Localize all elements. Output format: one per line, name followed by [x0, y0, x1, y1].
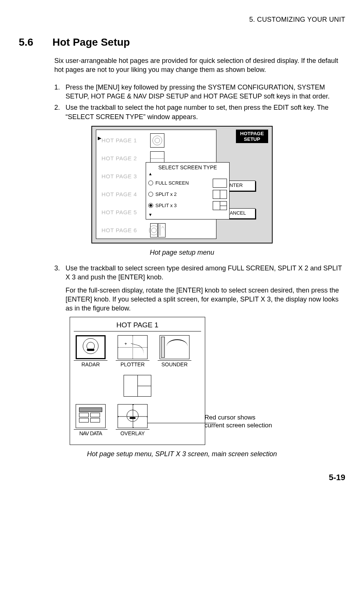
popup-title: SELECT SCREEN TYPE	[148, 164, 227, 171]
section-number: 5.6	[19, 35, 52, 49]
layout-preview-icon	[124, 375, 151, 397]
radar-icon	[150, 133, 164, 148]
radar-label: RADAR	[74, 360, 107, 368]
option-split2-label: SPLIT x 2	[155, 191, 210, 198]
radio-icon	[148, 181, 153, 185]
step-list-continued: Use the trackball to select screen type …	[54, 264, 345, 282]
radio-selected-icon	[148, 203, 153, 208]
hotpage-2-label[interactable]: HOT PAGE 2	[101, 155, 150, 162]
hotpage-5-label[interactable]: HOT PAGE 5	[101, 209, 150, 216]
section-heading: 5.6Hot Page Setup	[19, 35, 345, 49]
hotpage-1-label[interactable]: HOT PAGE 1	[101, 137, 150, 144]
hotpage-4-label[interactable]: HOT PAGE 4	[101, 191, 150, 198]
radio-icon	[148, 192, 153, 197]
callout-text: Red cursor shows current screen selectio…	[204, 413, 272, 430]
step-list: Press the [MENU] key followed by pressin…	[54, 83, 345, 121]
navdata-label: NAV DATA	[74, 429, 107, 437]
radar-icon	[150, 223, 158, 237]
scroll-up-icon[interactable]: ▲	[148, 172, 227, 176]
sounder-label: SOUNDER	[158, 360, 191, 368]
callout-line1: Red cursor shows	[204, 413, 272, 421]
intro-paragraph: Six user-arrangeable hot pages are provi…	[54, 56, 345, 75]
chapter-header: 5. CUSTOMIZING YOUR UNIT	[19, 15, 345, 24]
navdata-option[interactable]	[76, 404, 106, 428]
option-split-3[interactable]: SPLIT x 3	[148, 202, 227, 210]
fig2-title: HOT PAGE 1	[74, 320, 201, 332]
overlay-option[interactable]	[118, 404, 148, 428]
tag-line1: HOTPAGE	[236, 131, 268, 137]
overlay-label: OVERLAY	[116, 429, 149, 437]
page-number: 5-19	[19, 472, 345, 483]
scroll-down-icon[interactable]: ▼	[148, 213, 227, 217]
plotter-label: PLOTTER	[116, 360, 149, 368]
hotpage-3-label[interactable]: HOT PAGE 3	[101, 173, 150, 180]
step-3-paragraph: For the full-screen display, rotate the …	[66, 286, 345, 313]
pointer-icon: ▶	[98, 135, 101, 142]
option-full-label: FULL SCREEN	[155, 180, 210, 187]
figure1-caption: Hot page setup menu	[19, 248, 345, 257]
select-screen-type-popup: SELECT SCREEN TYPE ▲ FULL SCREEN SPLIT x…	[146, 162, 230, 219]
figure2-caption: Hot page setup menu, SPLIT X 3 screen, m…	[19, 449, 345, 458]
figure-hotpage-setup-menu: ▶ HOT PAGE 1 HOT PAGE 2 HOT PAGE 3 HOT P…	[91, 126, 273, 243]
option-full-screen[interactable]: FULL SCREEN	[148, 179, 227, 187]
callout-line2: current screen selection	[204, 421, 272, 429]
fullscreen-thumb-icon	[213, 179, 227, 188]
tag-line2: SETUP	[236, 136, 268, 142]
split2-thumb-icon	[213, 190, 227, 199]
figure-split3-selection: HOT PAGE 1 RADAR + PLOTTER SOUNDER	[70, 317, 205, 445]
hotpage-setup-tag: HOTPAGE SETUP	[236, 130, 268, 143]
plotter-option[interactable]: +	[118, 335, 148, 359]
option-split3-label: SPLIT x 3	[155, 202, 210, 209]
section-title-text: Hot Page Setup	[52, 36, 130, 48]
sounder-icon	[158, 223, 166, 237]
step-3: Use the trackball to select screen type …	[54, 264, 345, 282]
split3-thumb-icon	[213, 201, 227, 210]
option-split-2[interactable]: SPLIT x 2	[148, 190, 227, 199]
sounder-option[interactable]	[160, 335, 189, 359]
step-2: Use the trackball to select the hot page…	[54, 103, 345, 121]
figure2-wrapper: HOT PAGE 1 RADAR + PLOTTER SOUNDER	[51, 317, 313, 445]
step-1: Press the [MENU] key followed by pressin…	[54, 83, 345, 101]
radar-option[interactable]	[76, 335, 106, 359]
hotpage-6-label[interactable]: HOT PAGE 6	[101, 227, 150, 234]
hotpage-list-panel: ▶ HOT PAGE 1 HOT PAGE 2 HOT PAGE 3 HOT P…	[96, 130, 216, 239]
